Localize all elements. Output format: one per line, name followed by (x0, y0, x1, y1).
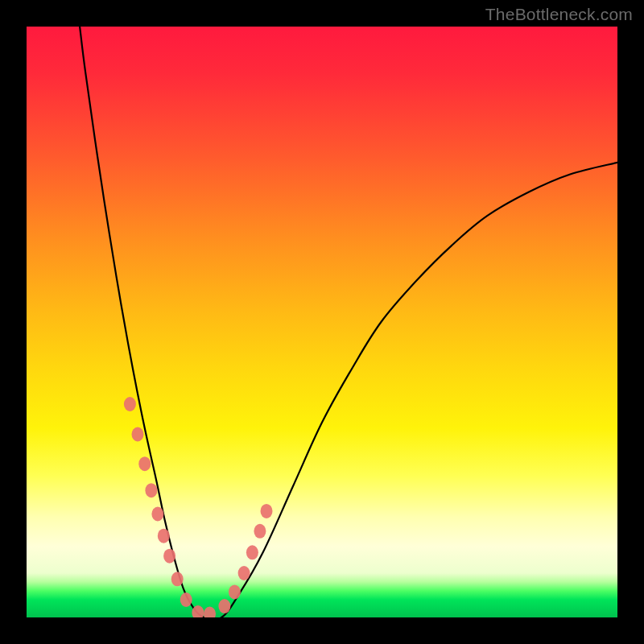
highlight-dot (163, 549, 175, 564)
highlight-dot (261, 504, 273, 518)
highlight-dot (246, 545, 258, 559)
highlight-dot (158, 529, 170, 543)
highlight-dot (238, 566, 250, 580)
plot-area (27, 27, 617, 617)
highlight-dot (218, 599, 230, 613)
highlight-dot (171, 572, 184, 586)
bottleneck-curve (80, 27, 617, 617)
highlight-dot (204, 607, 216, 617)
highlight-dot (151, 507, 163, 522)
highlight-dot (180, 592, 192, 607)
highlight-dot (254, 524, 266, 539)
highlight-dot (145, 483, 157, 497)
highlight-dots-group (124, 397, 273, 617)
watermark-text: TheBottleneck.com (485, 5, 633, 24)
chart-frame: TheBottleneck.com (0, 0, 644, 644)
chart-svg (27, 27, 617, 617)
highlight-dot (132, 427, 144, 442)
highlight-dot (124, 397, 136, 411)
highlight-dot (229, 584, 241, 599)
curve-path-group (80, 27, 617, 617)
highlight-dot (138, 456, 151, 471)
